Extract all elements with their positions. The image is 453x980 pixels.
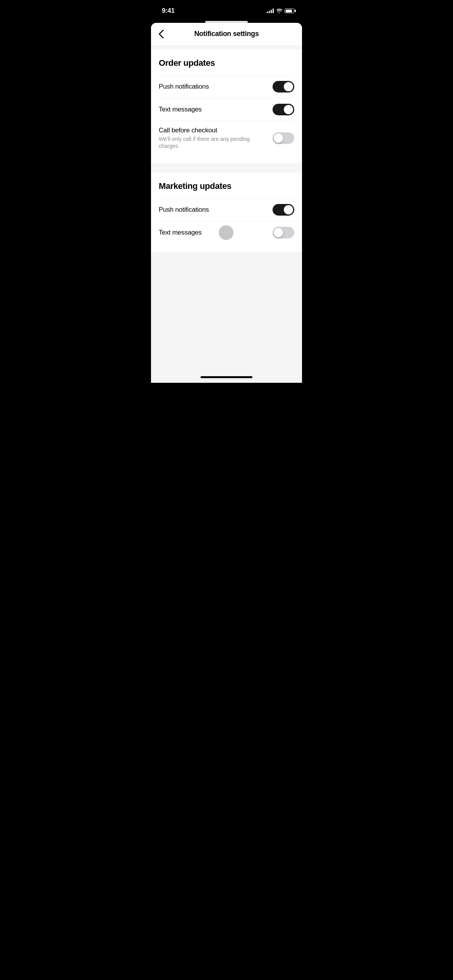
order-text-label-group: Text messages [159,106,273,113]
marketing-updates-title: Marketing updates [159,181,294,191]
marketing-push-toggle[interactable] [273,204,294,216]
order-push-row: Push notifications [159,75,294,98]
marketing-push-row: Push notifications [159,198,294,221]
order-text-toggle[interactable] [273,104,294,115]
order-push-label-group: Push notifications [159,83,273,91]
order-push-label: Push notifications [159,83,209,90]
order-text-thumb [284,105,293,114]
back-button[interactable] [159,30,164,38]
marketing-text-label: Text messages [159,229,202,236]
wifi-icon [276,9,282,13]
order-call-label-group: Call before checkout We'll only call if … [159,127,273,149]
status-time: 9:41 [162,7,175,15]
status-icons [267,9,294,13]
order-call-row: Call before checkout We'll only call if … [159,121,294,155]
order-call-label: Call before checkout [159,127,217,134]
order-updates-section: Order updates Push notifications Text me… [151,50,302,163]
order-push-thumb [284,82,293,91]
marketing-text-toggle[interactable] [273,227,294,238]
marketing-push-thumb [284,205,293,214]
marketing-text-thumb [274,228,283,237]
battery-icon [285,9,294,13]
marketing-updates-section: Marketing updates Push notifications Tex… [151,173,302,252]
status-bar: 9:41 [151,0,302,19]
home-bar [201,376,252,378]
order-updates-title: Order updates [159,58,294,68]
page-title: Notification settings [194,30,259,38]
order-push-toggle[interactable] [273,81,294,93]
order-call-toggle[interactable] [273,132,294,144]
marketing-push-label-group: Push notifications [159,206,273,214]
marketing-text-label-group: Text messages [159,229,273,236]
signal-icon [267,9,274,13]
order-text-row: Text messages [159,98,294,121]
app-container: Notification settings Order updates Push… [151,23,302,368]
marketing-text-row: Text messages [159,221,294,244]
order-call-sublabel: We'll only call if there are any pending… [159,135,266,149]
order-call-thumb [274,134,283,143]
marketing-push-label: Push notifications [159,206,209,213]
home-indicator-area [151,368,302,383]
header: Notification settings [151,23,302,45]
order-text-label: Text messages [159,106,202,113]
section-divider [151,163,302,168]
